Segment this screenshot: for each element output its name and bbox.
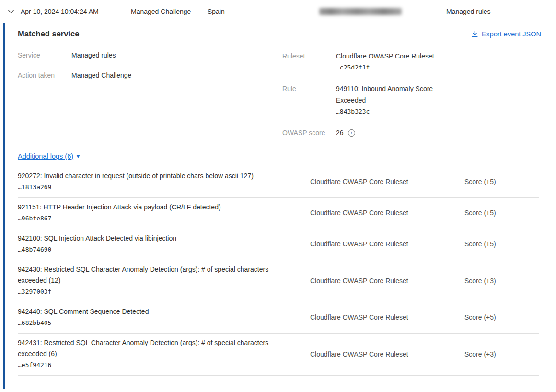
event-country: Spain [208,8,225,15]
event-detail-panel: Matched service Export event JSON Servic… [0,23,556,392]
event-service: Managed rules [446,8,491,15]
log-ruleset: Cloudflare OWASP Core Ruleset [310,349,464,359]
log-row: 942440: SQL Comment Sequence Detected …6… [18,302,539,334]
log-ruleset: Cloudflare OWASP Core Ruleset [310,276,464,286]
log-rule-hash: …1813a269 [18,182,291,193]
log-rule-title: 942431: Restricted SQL Character Anomaly… [18,337,291,359]
ruleset-field: Ruleset Cloudflare OWASP Core Ruleset …c… [282,50,541,73]
log-rule-hash: …48b74690 [18,244,291,255]
log-ruleset: Cloudflare OWASP Core Ruleset [310,312,464,323]
owasp-score-field: OWASP score 26 i [282,127,541,138]
additional-logs-table: 920272: Invalid character in request (ou… [18,167,539,376]
owasp-score-label: OWASP score [282,127,336,138]
log-rule-title: 942440: SQL Comment Sequence Detected [18,306,291,317]
log-row: 942430: Restricted SQL Character Anomaly… [18,260,539,302]
event-action: Managed Challenge [131,8,191,15]
detail-header: Matched service Export event JSON [18,29,541,38]
ruleset-label: Ruleset [282,50,336,73]
service-value: Managed rules [71,50,116,60]
service-field: Service Managed rules [18,50,282,60]
selected-row-accent-bar [3,23,5,389]
log-ruleset: Cloudflare OWASP Core Ruleset [310,177,464,187]
log-score: Score (+3) [464,276,539,286]
action-taken-label: Action taken [18,70,71,81]
log-rule-hash: …3297003f [18,286,291,298]
caret-down-icon: ▼ [75,153,81,159]
owasp-score-value: 26 [336,127,344,138]
log-score: Score (+5) [464,208,539,218]
log-rule-hash: …e5f94216 [18,359,291,371]
action-taken-field: Action taken Managed Challenge [18,70,282,81]
rule-label: Rule [282,83,336,117]
log-row: 921151: HTTP Header Injection Attack via… [18,198,539,229]
ruleset-id-hash: …c25d2f1f [336,62,434,73]
firewall-event-panel: Apr 10, 2024 10:04:24 AM Managed Challen… [0,0,556,392]
rule-field: Rule 949110: Inbound Anomaly Score Excee… [282,83,541,117]
matched-service-title: Matched service [18,29,79,38]
log-rule-title: 942100: SQL Injection Attack Detected vi… [18,233,291,244]
log-score: Score (+5) [464,312,539,323]
log-rule-hash: …96bfe867 [18,213,291,224]
log-rule-title: 920272: Invalid character in request (ou… [18,171,291,182]
log-ruleset: Cloudflare OWASP Core Ruleset [310,239,464,249]
matched-service-fields: Service Managed rules Action taken Manag… [18,50,541,138]
export-event-json-label: Export event JSON [482,30,541,38]
log-rule-title: 921151: HTTP Header Injection Attack via… [18,202,291,213]
event-timestamp: Apr 10, 2024 10:04:24 AM [21,8,99,15]
log-row: 942431: Restricted SQL Character Anomaly… [18,334,539,376]
rule-id-hash: …843b323c [336,106,451,117]
log-row: 920272: Invalid character in request (ou… [18,167,539,198]
ruleset-value: Cloudflare OWASP Core Ruleset [336,50,434,62]
log-score: Score (+5) [464,239,539,249]
log-rule-title: 942430: Restricted SQL Character Anomaly… [18,264,291,286]
panel-bottom-divider [0,390,556,390]
collapse-chevron-icon[interactable] [6,7,16,16]
log-rule-hash: …682bb405 [18,317,291,329]
log-score: Score (+3) [464,349,539,359]
event-summary-row[interactable]: Apr 10, 2024 10:04:24 AM Managed Challen… [0,0,556,23]
action-taken-value: Managed Challenge [71,70,131,81]
additional-logs-toggle[interactable]: Additional logs (6)▼ [18,152,81,160]
log-score: Score (+5) [464,177,539,187]
service-label: Service [18,50,71,60]
redacted-hostname [319,8,402,15]
export-event-json-link[interactable]: Export event JSON [471,30,541,38]
info-icon[interactable]: i [348,129,355,137]
additional-logs-label: Additional logs (6) [18,152,73,160]
download-icon [471,30,478,38]
rule-value: 949110: Inbound Anomaly Score Exceeded [336,83,451,106]
log-ruleset: Cloudflare OWASP Core Ruleset [310,208,464,218]
log-row: 942100: SQL Injection Attack Detected vi… [18,229,539,260]
